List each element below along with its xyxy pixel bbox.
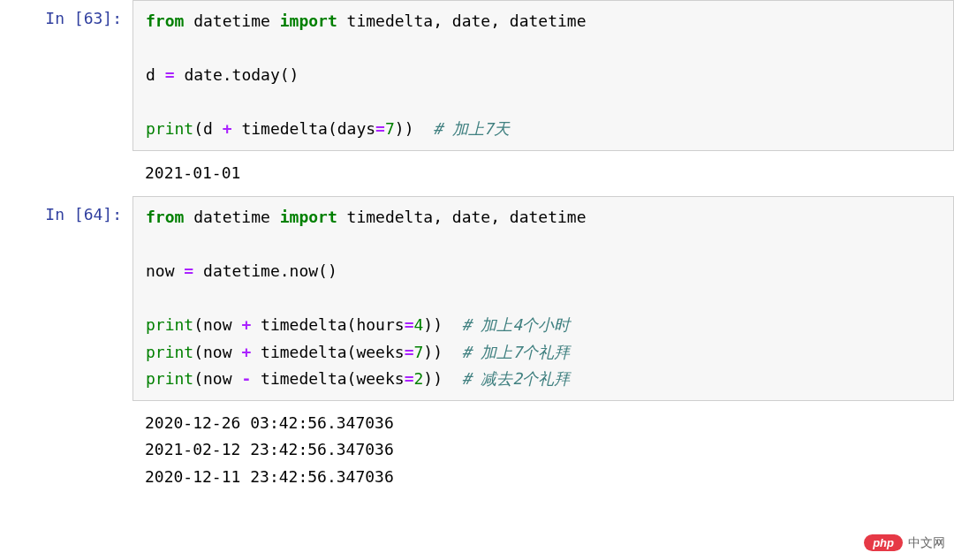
code-token: = [405, 369, 414, 388]
code-token: (now [193, 315, 241, 334]
code-token: date [184, 65, 222, 84]
code-input[interactable]: from datetime import timedelta, date, da… [132, 196, 954, 401]
code-input[interactable]: from datetime import timedelta, date, da… [132, 0, 954, 151]
code-token: = [405, 315, 414, 334]
code-token: 7 [413, 343, 423, 361]
code-token: today() [232, 65, 299, 84]
code-token: (now [193, 343, 241, 361]
code-token: d [146, 65, 165, 84]
input-cell: In [63]:from datetime import timedelta, … [0, 0, 954, 151]
code-token: = [165, 65, 185, 84]
code-token: )) [423, 315, 461, 334]
code-token: datetime [193, 208, 280, 226]
input-prompt: In [64]: [0, 196, 132, 401]
notebook-container: In [63]:from datetime import timedelta, … [0, 0, 954, 496]
code-token: timedelta(hours [261, 315, 405, 334]
code-token: # 减去2个礼拜 [462, 369, 571, 388]
output-cell: 2020-12-26 03:42:56.347036 2021-02-12 23… [0, 405, 954, 496]
code-token: now [146, 261, 184, 280]
code-token: import [280, 11, 347, 30]
code-token: print [146, 119, 193, 138]
code-token: timedelta(weeks [261, 369, 405, 388]
code-token: # 加上7个礼拜 [462, 343, 571, 361]
output-prompt [0, 405, 132, 496]
output-text: 2020-12-26 03:42:56.347036 2021-02-12 23… [132, 405, 954, 496]
code-token: print [146, 369, 193, 388]
output-text: 2021-01-01 [132, 155, 954, 193]
code-token: from [146, 208, 193, 226]
code-token: from [146, 11, 193, 30]
code-token: = [405, 343, 414, 361]
code-token: now() [290, 261, 337, 280]
code-token: datetime [193, 11, 280, 30]
code-token: (now [193, 369, 241, 388]
code-token: timedelta(weeks [261, 343, 405, 361]
output-prompt [0, 155, 132, 193]
code-token: print [146, 315, 193, 334]
code-token: + [241, 315, 261, 334]
code-token: )) [423, 369, 461, 388]
code-token: )) [423, 343, 461, 361]
code-token: )) [395, 119, 433, 138]
code-token: + [241, 343, 261, 361]
code-token: . [223, 65, 232, 84]
code-token: timedelta, date, datetime [347, 208, 587, 226]
code-token: import [280, 208, 347, 226]
input-cell: In [64]:from datetime import timedelta, … [0, 196, 954, 401]
code-token: # 加上7天 [433, 119, 510, 138]
code-token: datetime [203, 261, 280, 280]
code-token: print [146, 343, 193, 361]
code-token: 7 [385, 119, 395, 138]
code-token: . [280, 261, 290, 280]
code-token: - [241, 369, 261, 388]
code-token: 4 [413, 315, 423, 334]
code-token: = [375, 119, 385, 138]
code-token: = [184, 261, 203, 280]
code-token: 2 [413, 369, 423, 388]
code-token: (d [193, 119, 223, 138]
code-token: timedelta, date, datetime [347, 11, 587, 30]
input-prompt: In [63]: [0, 0, 132, 151]
output-cell: 2021-01-01 [0, 155, 954, 193]
code-token: timedelta(days [241, 119, 375, 138]
code-token: + [223, 119, 242, 138]
code-token: # 加上4个小时 [462, 315, 571, 334]
